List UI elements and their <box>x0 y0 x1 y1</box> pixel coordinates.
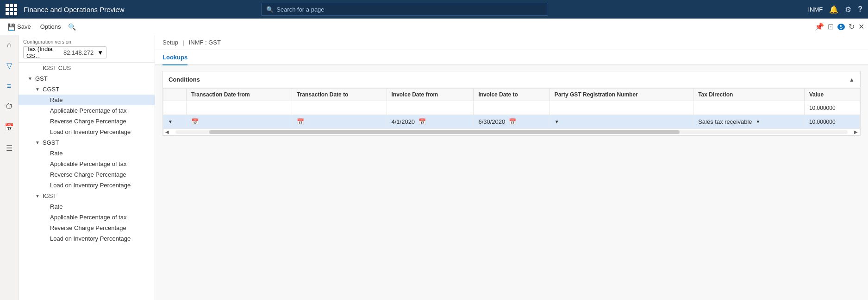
col-header-select <box>163 89 187 101</box>
tree-item-igst-load[interactable]: Load on Inventory Percentage <box>19 233 155 244</box>
party-gst-dropdown-icon[interactable]: ▼ <box>555 119 559 124</box>
tab-lookups[interactable]: Lookups <box>162 50 187 65</box>
cell-inv-date-from[interactable]: 4/1/2020 📅 <box>387 115 474 129</box>
cell-inv-date-to[interactable]: 6/30/2020 📅 <box>474 115 550 129</box>
help-icon[interactable]: ? <box>858 5 862 13</box>
tree-item-sgst[interactable]: ▼ SGST <box>19 137 155 148</box>
cell-inv-date-to[interactable] <box>474 101 550 115</box>
igst-expand-icon: ▼ <box>35 193 42 198</box>
table-row[interactable]: ▼ 📅 📅 <box>163 115 860 129</box>
tree-label: IGST <box>43 192 56 199</box>
tree-label: Applicable Percentage of tax <box>50 160 127 167</box>
search-icon: 🔍 <box>266 6 274 13</box>
badge-icon[interactable]: 5 <box>837 24 845 30</box>
toolbar-right-actions: 📌 ⊡ 5 ↻ ✕ <box>815 22 864 31</box>
table-header-row: Transaction Date from Transaction Date t… <box>163 89 860 101</box>
cell-party-gst[interactable]: ▼ <box>550 115 693 129</box>
tree-label: Load on Inventory Percentage <box>50 235 131 242</box>
tree-item-sgst-reverse[interactable]: Reverse Charge Percentage <box>19 169 155 180</box>
search-bar[interactable]: 🔍 <box>261 3 548 16</box>
cell-select[interactable]: ▼ <box>163 115 187 129</box>
save-button[interactable]: 💾 Save <box>4 21 35 32</box>
top-navbar: Finance and Operations Preview 🔍 INMF 🔔 … <box>0 0 868 19</box>
tree-label: Load on Inventory Percentage <box>50 182 131 189</box>
tax-direction-dropdown-icon[interactable]: ▼ <box>756 119 761 124</box>
tree-label: Reverse Charge Percentage <box>50 224 126 231</box>
tree-label: Reverse Charge Percentage <box>50 171 126 178</box>
cell-party-gst[interactable] <box>550 101 693 115</box>
trans-date-from-cal-icon[interactable]: 📅 <box>191 118 199 125</box>
tree-item-cgst-reverse[interactable]: Reverse Charge Percentage <box>19 116 155 127</box>
calendar-icon[interactable]: 📅 <box>3 121 16 134</box>
cell-select <box>163 101 187 115</box>
split-icon[interactable]: ⊡ <box>828 22 834 31</box>
breadcrumb-sep: | <box>183 39 184 46</box>
trans-date-to-cal-icon[interactable]: 📅 <box>297 118 304 125</box>
tree-item-igst-cus[interactable]: IGST CUS <box>19 63 155 73</box>
tree-item-sgst-applicable[interactable]: Applicable Percentage of tax <box>19 159 155 169</box>
scroll-track[interactable] <box>175 130 848 134</box>
tree-item-igst[interactable]: ▼ IGST <box>19 191 155 201</box>
clock-icon[interactable]: ⏱ <box>4 101 15 113</box>
conditions-collapse-icon[interactable]: ▲ <box>849 77 855 83</box>
cell-tax-direction[interactable] <box>693 101 805 115</box>
filter-icon[interactable]: ▽ <box>5 59 14 72</box>
inv-date-to-cal-icon[interactable]: 📅 <box>509 118 516 125</box>
inv-date-from-value: 4/1/2020 <box>392 118 415 125</box>
tree-label: Rate <box>50 203 62 210</box>
tree-item-sgst-load[interactable]: Load on Inventory Percentage <box>19 180 155 191</box>
version-name: Tax (India GS… <box>26 45 62 59</box>
table-row[interactable]: 10.000000 <box>163 101 860 115</box>
tree-item-cgst[interactable]: ▼ CGST <box>19 84 155 95</box>
sidebar-icon-panel: ⌂ ▽ ≡ ⏱ 📅 ☰ <box>0 35 19 300</box>
inv-date-from-cal-icon[interactable]: 📅 <box>418 118 426 125</box>
tree-scroll: IGST CUS ▼ GST ▼ CGST Rate Applicable Pe… <box>19 63 155 300</box>
settings-icon[interactable]: ⚙ <box>845 5 851 14</box>
scroll-right-arrow[interactable]: ▶ <box>854 129 858 134</box>
cell-trans-date-to[interactable] <box>292 101 387 115</box>
options-button[interactable]: Options <box>37 21 65 32</box>
scroll-thumb[interactable] <box>209 130 680 134</box>
main-content: Setup | INMF : GST Lookups Conditions ▲ … <box>155 35 868 300</box>
horizontal-scrollbar[interactable]: ◀ ▶ <box>163 129 860 135</box>
conditions-section: Conditions ▲ Transaction Date from Trans… <box>155 65 868 300</box>
col-header-trans-date-to: Transaction Date to <box>292 89 387 101</box>
tree-item-cgst-load[interactable]: Load on Inventory Percentage <box>19 127 155 137</box>
cell-trans-date-from[interactable] <box>187 101 292 115</box>
tree-item-igst-rate[interactable]: Rate <box>19 201 155 212</box>
tree-item-gst[interactable]: ▼ GST <box>19 73 155 84</box>
scroll-left-arrow[interactable]: ◀ <box>165 129 169 134</box>
version-select-dropdown[interactable]: Tax (India GS… 82.148.272 ▼ <box>23 46 106 58</box>
conditions-table: Transaction Date from Transaction Date t… <box>163 88 860 129</box>
tree-label: CGST <box>43 86 59 93</box>
breadcrumb-part2: INMF : GST <box>189 39 221 46</box>
search-input[interactable] <box>276 6 543 13</box>
pin-icon[interactable]: 📌 <box>815 22 824 31</box>
sgst-expand-icon: ▼ <box>35 140 42 145</box>
col-header-inv-date-from: Invoice Date from <box>387 89 474 101</box>
version-dropdown-icon: ▼ <box>97 49 103 56</box>
toolbar-search-icon[interactable]: 🔍 <box>68 23 76 31</box>
home-icon[interactable]: ⌂ <box>5 39 13 51</box>
refresh-icon[interactable]: ↻ <box>849 22 855 31</box>
bell-icon[interactable]: 🔔 <box>829 5 838 14</box>
cell-trans-date-from[interactable]: 📅 <box>187 115 292 129</box>
tree-item-igst-applicable[interactable]: Applicable Percentage of tax <box>19 212 155 223</box>
cgst-expand-icon: ▼ <box>35 87 42 92</box>
list-lines-icon[interactable]: ≡ <box>5 80 13 92</box>
waffle-icon[interactable] <box>6 4 17 15</box>
tab-bar: Lookups <box>155 50 868 65</box>
tree-item-cgst-rate[interactable]: Rate <box>19 95 155 105</box>
cell-value: 10.000000 <box>804 101 860 115</box>
tree-label: Reverse Charge Percentage <box>50 118 126 125</box>
cell-tax-direction[interactable]: Sales tax receivable ▼ <box>693 115 805 129</box>
cell-trans-date-to[interactable]: 📅 <box>292 115 387 129</box>
checklist-icon[interactable]: ☰ <box>4 142 14 154</box>
tree-item-sgst-rate[interactable]: Rate <box>19 148 155 159</box>
close-icon[interactable]: ✕ <box>858 22 864 31</box>
tree-item-cgst-applicable[interactable]: Applicable Percentage of tax <box>19 105 155 116</box>
tree-item-igst-reverse[interactable]: Reverse Charge Percentage <box>19 223 155 233</box>
breadcrumb-part1: Setup <box>162 39 178 46</box>
row-dropdown-icon[interactable]: ▼ <box>168 119 173 124</box>
cell-inv-date-from[interactable] <box>387 101 474 115</box>
